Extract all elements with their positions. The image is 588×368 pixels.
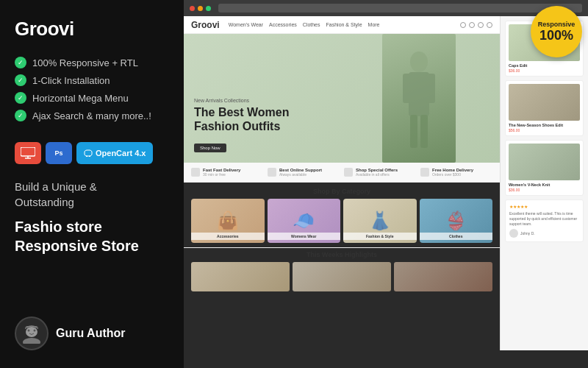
svg-point-5 — [26, 327, 37, 337]
svg-rect-12 — [426, 74, 435, 103]
reviewer-avatar — [509, 229, 518, 238]
svg-point-8 — [34, 330, 36, 332]
svg-rect-13 — [410, 115, 417, 148]
product-3-title: Women's V-Neck Knit — [509, 183, 580, 187]
features-list: ✓ 100% Responsive + RTL ✓ 1-Click Instal… — [15, 57, 169, 127]
hero-subtitle: New Arrivals Collections — [194, 98, 290, 103]
highlight-2[interactable] — [293, 262, 391, 291]
review-text: Excellent theme will suited. This is tim… — [509, 211, 579, 227]
nav-icon-group — [460, 22, 492, 28]
fashion-label: Fashion & Style — [343, 233, 417, 240]
check-icon-2: ✓ — [15, 74, 26, 86]
main-preview: Groovi Women's Wear Accessories Clothes … — [184, 0, 588, 368]
nav-item-clothes[interactable]: Clothes — [303, 22, 320, 27]
feature-free-delivery: Free Home Delivery Orders over $300 — [420, 168, 492, 177]
feature-label-4: Ajax Search & many more..! — [32, 110, 151, 121]
product-1-title: Caps Edit — [509, 63, 580, 68]
reviewer-name: Johny D. — [520, 231, 535, 236]
feature-label-3: Horizontal Mega Menu — [32, 93, 129, 104]
support-icon — [268, 168, 276, 177]
browser-close-dot — [190, 6, 195, 11]
brand-title: Groovi — [15, 18, 169, 40]
nav-item-more[interactable]: More — [368, 22, 380, 27]
opencart-badge[interactable]: OpenCart 4.x — [76, 142, 153, 164]
feature-support: Best Online Support Always available — [268, 168, 340, 177]
shop-now-button[interactable]: Shop Now — [194, 144, 226, 152]
features-row: Fast Fast Delivery 30 min or free Best O… — [184, 163, 500, 183]
product-1-price: $36.00 — [509, 68, 580, 73]
feature-item-4: ✓ Ajax Search & many more..! — [15, 110, 169, 121]
check-icon-4: ✓ — [15, 110, 26, 121]
feature-item-2: ✓ 1-Click Installation — [15, 74, 169, 86]
accessories-label: Accessories — [191, 233, 265, 240]
cart-icon[interactable] — [487, 22, 492, 28]
browser-url-bar — [218, 4, 582, 13]
search-icon[interactable] — [460, 22, 466, 28]
sidebar-product-3[interactable]: Women's V-Neck Knit $36.00 — [505, 140, 584, 196]
product-2-image — [509, 84, 580, 121]
check-icon-3: ✓ — [15, 92, 26, 104]
author-avatar — [15, 316, 49, 350]
browser-bar — [184, 0, 588, 16]
womens-label: Womens Wear — [268, 233, 341, 240]
category-womens[interactable]: 🧢 Womens Wear — [268, 199, 341, 243]
browser-maximize-dot — [206, 6, 211, 11]
offers-desc: Available in all offers — [356, 172, 416, 177]
feature-item-1: ✓ 100% Responsive + RTL — [15, 57, 169, 68]
delivery-icon — [191, 168, 200, 177]
highlight-3[interactable] — [394, 262, 492, 291]
left-sidebar: Groovi ✓ 100% Responsive + RTL ✓ 1-Click… — [0, 0, 184, 368]
user-icon[interactable] — [469, 22, 475, 28]
product-3-image — [509, 144, 580, 180]
nav-item-fashion[interactable]: Fashion & Style — [326, 22, 362, 27]
tagline: Build a Unique &Outstanding — [15, 179, 169, 210]
feature-label-2: 1-Click Installation — [32, 75, 110, 86]
feature-offers: Shop Special Offers Available in all off… — [344, 168, 416, 177]
svg-rect-11 — [403, 74, 412, 103]
tech-badges: Ps OpenCart 4.x — [15, 142, 169, 164]
reviewer: Johny D. — [509, 229, 579, 238]
check-icon-1: ✓ — [15, 57, 26, 68]
support-desc: Always available — [279, 172, 340, 177]
hero-model-image — [382, 34, 456, 163]
svg-point-9 — [410, 52, 428, 72]
opencart-label: OpenCart 4.x — [96, 149, 146, 158]
author-name: Guru Author — [56, 327, 126, 340]
categories-grid: 👜 Accessories 🧢 Womens Wear 👗 Fashion & … — [184, 199, 500, 247]
wishlist-icon[interactable] — [478, 22, 484, 28]
category-clothes[interactable]: 👙 Clothes — [420, 199, 493, 243]
hero-banner: New Arrivals Collections The Best WomenF… — [184, 34, 500, 163]
responsive-badge: Responsive 100% — [531, 6, 582, 57]
store-logo: Groovi — [191, 20, 220, 30]
svg-rect-0 — [21, 147, 35, 156]
clothes-label: Clothes — [420, 233, 493, 240]
feature-delivery: Fast Fast Delivery 30 min or free — [191, 168, 263, 177]
offers-icon — [344, 168, 353, 177]
highlight-1[interactable] — [191, 262, 290, 291]
review-stars: ★★★★★ — [509, 204, 579, 210]
category-accessories[interactable]: 👜 Accessories — [191, 199, 265, 243]
nav-item-womens[interactable]: Women's Wear — [229, 22, 263, 27]
store-right-sidebar: Caps Edit $36.00 The New-Season Shoes Ed… — [500, 16, 588, 350]
svg-point-6 — [23, 338, 40, 344]
responsive-percent: 100% — [539, 29, 573, 42]
category-fashion[interactable]: 👗 Fashion & Style — [343, 199, 417, 243]
product-2-price: $56.00 — [509, 128, 580, 132]
product-2-title: The New-Season Shoes Edit — [509, 123, 580, 127]
author-section: Guru Author — [15, 316, 169, 350]
store-title: Fashio storeResponsive Store — [15, 217, 169, 255]
monitor-badge — [15, 142, 41, 164]
sidebar-product-2[interactable]: The New-Season Shoes Edit $56.00 — [505, 80, 584, 136]
hero-text: New Arrivals Collections The Best WomenF… — [194, 98, 290, 152]
svg-point-7 — [28, 330, 30, 332]
customer-review: ★★★★★ Excellent theme will suited. This … — [505, 199, 584, 242]
categories-section-title: Shop By Category — [184, 183, 500, 199]
svg-rect-14 — [420, 115, 428, 148]
nav-items: Women's Wear Accessories Clothes Fashion… — [229, 22, 451, 27]
store-content: Groovi Women's Wear Accessories Clothes … — [184, 16, 588, 350]
store-main-area: Groovi Women's Wear Accessories Clothes … — [184, 16, 500, 350]
highlights-title: This Weeks Highlights — [184, 247, 500, 262]
hero-title: The Best WomenFashion Outfits — [194, 105, 290, 133]
nav-item-accessories[interactable]: Accessories — [269, 22, 297, 27]
svg-rect-10 — [409, 72, 429, 116]
